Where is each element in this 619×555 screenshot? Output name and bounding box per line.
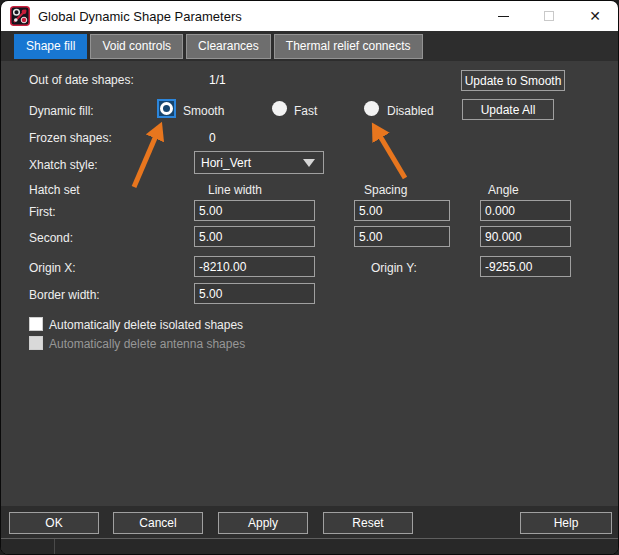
radio-smooth-dot xyxy=(160,102,173,115)
xhatch-style-dropdown[interactable]: Hori_Vert xyxy=(194,151,324,174)
hatch-set-label: Hatch set xyxy=(29,183,80,198)
column-line-width: Line width xyxy=(208,183,262,198)
update-to-smooth-button[interactable]: Update to Smooth xyxy=(461,70,565,91)
column-angle: Angle xyxy=(488,183,519,198)
radio-fast-label[interactable]: Fast xyxy=(294,104,317,119)
second-line-width-input[interactable] xyxy=(194,226,315,247)
frozen-shapes-label: Frozen shapes: xyxy=(29,131,112,146)
origin-x-label: Origin X: xyxy=(29,261,76,276)
column-spacing: Spacing xyxy=(364,183,407,198)
dynamic-fill-label: Dynamic fill: xyxy=(29,104,94,119)
first-line-width-input[interactable] xyxy=(194,200,315,221)
origin-y-label: Origin Y: xyxy=(371,261,417,276)
minimize-button[interactable] xyxy=(480,1,526,31)
radio-smooth[interactable] xyxy=(157,99,176,118)
help-button[interactable]: Help xyxy=(520,512,612,534)
first-spacing-input[interactable] xyxy=(354,200,450,221)
chevron-down-icon xyxy=(303,159,315,167)
radio-fast[interactable] xyxy=(272,101,287,116)
tab-clearances[interactable]: Clearances xyxy=(186,34,271,59)
global-dynamic-shape-parameters-dialog: Global Dynamic Shape Parameters ✕ Shape … xyxy=(0,0,619,555)
tab-strip: Shape fill Void controls Clearances Ther… xyxy=(1,31,618,61)
radio-smooth-label[interactable]: Smooth xyxy=(183,104,224,119)
window-title: Global Dynamic Shape Parameters xyxy=(38,9,242,24)
out-of-date-shapes-label: Out of date shapes: xyxy=(29,73,134,88)
xhatch-style-label: Xhatch style: xyxy=(29,158,98,173)
radio-disabled-label[interactable]: Disabled xyxy=(387,104,434,119)
shape-fill-panel: Out of date shapes: 1/1 Update to Smooth… xyxy=(1,61,618,506)
update-all-button[interactable]: Update All xyxy=(462,99,554,120)
checkbox-delete-antenna-shapes-label: Automatically delete antenna shapes xyxy=(49,337,245,352)
close-button[interactable]: ✕ xyxy=(572,1,618,31)
reset-button[interactable]: Reset xyxy=(323,512,413,534)
checkbox-delete-isolated-shapes[interactable] xyxy=(29,317,43,331)
app-icon xyxy=(10,6,30,26)
tab-void-controls[interactable]: Void controls xyxy=(90,34,183,59)
first-label: First: xyxy=(29,205,56,220)
radio-disabled[interactable] xyxy=(364,101,379,116)
out-of-date-shapes-value: 1/1 xyxy=(209,73,226,88)
title-bar: Global Dynamic Shape Parameters ✕ xyxy=(1,1,618,31)
origin-x-input[interactable] xyxy=(194,256,315,277)
frozen-shapes-value: 0 xyxy=(209,131,216,146)
checkbox-delete-antenna-shapes[interactable] xyxy=(29,336,43,350)
apply-button[interactable]: Apply xyxy=(218,512,308,534)
origin-y-input[interactable] xyxy=(480,256,571,277)
tab-shape-fill[interactable]: Shape fill xyxy=(14,34,87,59)
tab-thermal-relief-connects[interactable]: Thermal relief connects xyxy=(274,34,423,59)
statusbar-divider xyxy=(54,539,55,555)
minimize-icon xyxy=(498,16,509,17)
background-statusbar-strip xyxy=(1,538,618,555)
second-label: Second: xyxy=(29,231,73,246)
first-angle-input[interactable] xyxy=(480,200,571,221)
ok-button[interactable]: OK xyxy=(9,512,99,534)
second-spacing-input[interactable] xyxy=(354,226,450,247)
cancel-button[interactable]: Cancel xyxy=(113,512,203,534)
annotation-arrow-smooth xyxy=(134,131,158,187)
border-width-label: Border width: xyxy=(29,288,100,303)
maximize-button[interactable] xyxy=(526,1,572,31)
annotation-arrow-disabled xyxy=(377,131,405,178)
window-controls: ✕ xyxy=(480,1,618,31)
close-icon: ✕ xyxy=(589,9,601,23)
xhatch-style-value: Hori_Vert xyxy=(201,156,251,170)
dialog-footer: OK Cancel Apply Reset Help xyxy=(1,506,618,538)
second-angle-input[interactable] xyxy=(480,226,571,247)
maximize-icon xyxy=(544,11,554,21)
border-width-input[interactable] xyxy=(194,283,315,304)
checkbox-delete-isolated-shapes-label[interactable]: Automatically delete isolated shapes xyxy=(49,318,243,333)
